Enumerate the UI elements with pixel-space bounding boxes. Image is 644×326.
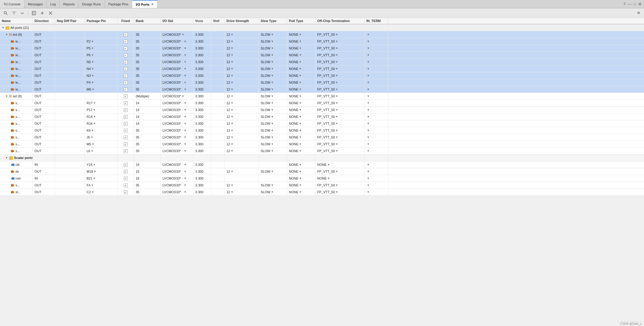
settings-icon[interactable]: ⚙	[638, 2, 642, 6]
maximize-icon[interactable]: □	[634, 2, 636, 6]
list-item[interactable]: s...OUTJ5▼35LVCMOS33*-▼3.30012▼SLOW▼NONE…	[0, 134, 644, 141]
port-slew: SLOW▼	[259, 86, 287, 93]
settings-button[interactable]: ⚙	[636, 10, 642, 16]
sel-group-fixed-chk[interactable]	[124, 94, 128, 98]
port-slew: SLOW▼	[259, 65, 287, 72]
led-group-fixed-chk[interactable]	[124, 33, 128, 37]
port-iostd: LVCMOS33*-▼	[161, 134, 193, 141]
port-pkgpin: N5▼	[85, 59, 118, 65]
tab-design-runs[interactable]: Design Runs	[79, 0, 105, 8]
auto-fit-button[interactable]	[31, 10, 37, 16]
list-item[interactable]: le...OUTN4▼35LVCMOS33*-▼3.30012▼SLOW▼NON…	[0, 65, 644, 72]
col-name[interactable]: Name	[0, 18, 33, 24]
offchip-dropdown-icon[interactable]: ▼	[335, 33, 338, 36]
port-vcco: 3.300	[193, 182, 211, 188]
tab-log[interactable]: Log	[47, 0, 60, 8]
svg-marker-30	[11, 164, 14, 166]
tab-tcl-console[interactable]: Tcl Console	[0, 0, 24, 8]
port-offchip: FP_VTT_50▼	[315, 72, 365, 79]
scalar-children: clkINY18▼14LVCMOS33*-▼3.300NONE▼NONE▼▼ds…	[0, 161, 644, 196]
port-negdiff	[55, 65, 85, 72]
col-drive[interactable]: Drive Strength	[225, 18, 259, 24]
expand-all-button[interactable]	[19, 10, 26, 16]
scalar-folder-icon	[9, 156, 13, 160]
list-item[interactable]: clkINY18▼14LVCMOS33*-▼3.300NONE▼NONE▼▼	[0, 161, 644, 168]
all-ports-group-row[interactable]: ▼ All ports (21)	[0, 24, 644, 31]
delete-button[interactable]	[47, 10, 54, 16]
list-item[interactable]: s...OUTL6▼35LVCMOS33*-▼3.30012▼SLOW▼NONE…	[0, 148, 644, 155]
port-offchip: FP_VTT_50▼	[315, 59, 365, 65]
col-pkgpin[interactable]: Package Pin	[85, 18, 118, 24]
sel-group-row[interactable]: ▼ ⊞ sel (8) OUT (Multiple) LVCMOS33* ▼ 3…	[0, 93, 644, 100]
list-item[interactable]: rstnINB21▼16LVCMOS33*-▼3.300NONE▼NONE▼▼	[0, 175, 644, 182]
slew-dropdown-icon[interactable]: ▼	[271, 33, 273, 36]
list-item[interactable]: le...OUTP4▼35LVCMOS33*-▼3.30012▼SLOW▼NON…	[0, 79, 644, 86]
tab-messages[interactable]: Messages	[24, 0, 47, 8]
pull-dropdown-icon[interactable]: ▼	[299, 33, 302, 36]
list-item[interactable]: s...OUTR14▼14LVCMOS33*-▼3.30012▼SLOW▼NON…	[0, 113, 644, 120]
list-item[interactable]: le...OUTP5▼35LVCMOS33*-▼3.30012▼SLOW▼NON…	[0, 45, 644, 52]
port-dir: IN	[33, 161, 55, 168]
col-fixed[interactable]: Fixed	[118, 18, 134, 24]
list-item[interactable]: le...OUTP2▼35LVCMOS33*-▼3.30012▼SLOW▼NON…	[0, 38, 644, 45]
col-slew[interactable]: Slew Type	[259, 18, 287, 24]
port-fixed	[118, 45, 134, 52]
folder-icon	[5, 26, 10, 30]
list-item[interactable]: s...OUTR16▼14LVCMOS33*-▼3.30012▼SLOW▼NON…	[0, 120, 644, 127]
led-group-pkgpin	[85, 31, 118, 38]
list-item[interactable]: le...OUTN3▼35LVCMOS33*-▼3.30012▼SLOW▼NON…	[0, 72, 644, 79]
list-item[interactable]: dsOUTM18▼15LVCMOS33*-▼3.30012▼SLOW▼NONE▼…	[0, 168, 644, 175]
all-ports-vcco	[193, 24, 211, 31]
tab-package-pins[interactable]: Package Pins	[105, 0, 132, 8]
list-item[interactable]: le...OUTN5▼35LVCMOS33*-▼3.30012▼SLOW▼NON…	[0, 59, 644, 65]
tab-reports[interactable]: Reports	[60, 0, 79, 8]
port-bank: 15	[134, 168, 161, 175]
port-drive: 12▼	[225, 182, 259, 188]
tab-io-ports[interactable]: I/O Ports ✕	[132, 0, 157, 8]
port-pull: NONE▼	[287, 120, 315, 127]
help-icon[interactable]: ?	[623, 2, 626, 6]
list-item[interactable]: le...OUTP6▼35LVCMOS33*-▼3.30012▼SLOW▼NON…	[0, 52, 644, 59]
col-vref[interactable]: Vref	[211, 18, 225, 24]
port-vcco: 3.300	[193, 161, 211, 168]
tab-close-icon[interactable]: ✕	[151, 3, 154, 6]
minimize-icon[interactable]: —	[628, 2, 632, 6]
io-ports-table[interactable]: Name Direction Neg Diff Pair Package Pin…	[0, 18, 644, 326]
col-iostd[interactable]: I/O Std	[161, 18, 193, 24]
iostd-dropdown-icon[interactable]: ▼	[182, 33, 184, 36]
led-group-interm: ▼	[365, 31, 388, 38]
list-item[interactable]: s...OUTK6▼35LVCMOS33*-▼3.30012▼SLOW▼NONE…	[0, 127, 644, 134]
list-item[interactable]: s...OUTR17▼14LVCMOS33*-▼3.30012▼SLOW▼NON…	[0, 100, 644, 107]
port-pkgpin: P5▼	[85, 45, 118, 52]
port-pull: NONE▼	[287, 79, 315, 86]
led-group-fixed	[118, 31, 134, 38]
drive-dropdown-icon[interactable]: ▼	[231, 33, 233, 36]
col-offchip[interactable]: Off-Chip Termination	[315, 18, 365, 24]
col-direction[interactable]: Direction	[33, 18, 55, 24]
col-negdiff[interactable]: Neg Diff Pair	[55, 18, 85, 24]
port-offchip: FP_VTT_50▼	[315, 79, 365, 86]
col-interm[interactable]: IN_TERM	[365, 18, 388, 24]
add-button[interactable]	[39, 10, 46, 16]
col-bank[interactable]: Bank	[134, 18, 161, 24]
list-item[interactable]: s...OUTF4▼35LVCMOS33*-▼3.30012▼SLOW▼NONE…	[0, 182, 644, 189]
scalar-group-name: ▼ Scalar ports (5)	[0, 155, 33, 161]
filter-button[interactable]	[11, 10, 17, 16]
list-item[interactable]: le...OUTM6▼35LVCMOS33*-▼3.30012▼SLOW▼NON…	[0, 86, 644, 93]
col-vcco[interactable]: Vcco	[193, 18, 211, 24]
port-drive: 12▼	[225, 113, 259, 120]
port-dir: OUT	[33, 59, 55, 65]
led-group-row[interactable]: ▼ ⊞ led (8) OUT 35 LVCMOS33* ▼ 3.300 12 …	[0, 31, 644, 38]
list-item[interactable]: st...OUTC2▼35LVCMOS33*-▼3.30012▼SLOW▼NON…	[0, 189, 644, 196]
port-pull: NONE▼	[287, 65, 315, 72]
list-item[interactable]: s...OUTM5▼35LVCMOS33*-▼3.30012▼SLOW▼NONE…	[0, 141, 644, 148]
interm-dropdown-icon[interactable]: ▼	[367, 33, 370, 36]
port-pull: NONE▼	[287, 52, 315, 58]
port-interm: ▼	[365, 182, 388, 188]
port-interm: ▼	[365, 175, 388, 182]
list-item[interactable]: s...OUTP17▼14LVCMOS33*-▼3.30012▼SLOW▼NON…	[0, 107, 644, 113]
scalar-group-row[interactable]: ▼ Scalar ports (5)	[0, 155, 644, 161]
search-button[interactable]	[2, 10, 9, 16]
col-pull[interactable]: Pull Type	[287, 18, 315, 24]
port-vref	[211, 38, 225, 45]
